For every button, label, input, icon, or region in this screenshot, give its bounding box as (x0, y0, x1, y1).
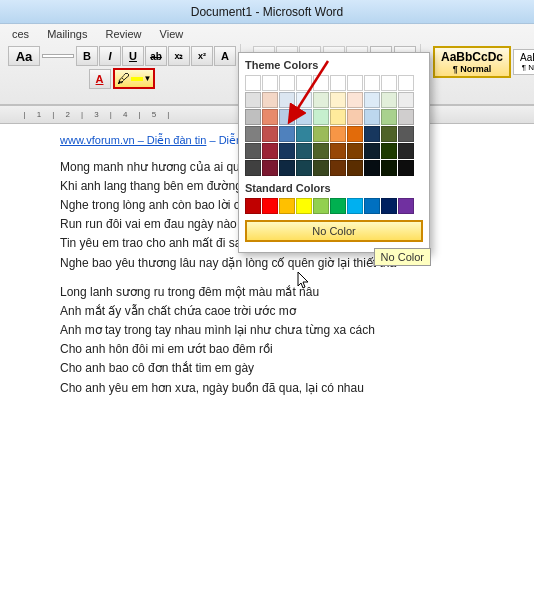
theme-color-swatch-7[interactable] (364, 75, 380, 91)
theme-color-swatch-32[interactable] (279, 126, 295, 142)
no-color-label: No Color (312, 225, 355, 237)
subscript-btn[interactable]: x₂ (168, 46, 190, 66)
theme-color-swatch-29[interactable] (398, 109, 414, 125)
standard-color-swatch-8[interactable] (381, 198, 397, 214)
theme-color-swatch-14[interactable] (313, 92, 329, 108)
standard-color-swatch-7[interactable] (364, 198, 380, 214)
theme-color-swatch-15[interactable] (330, 92, 346, 108)
theme-color-swatch-18[interactable] (381, 92, 397, 108)
tab-mailings[interactable]: Mailings (39, 26, 95, 42)
highlight-dropdown-arrow[interactable]: ▼ (144, 74, 152, 83)
bold-btn[interactable]: B (76, 46, 98, 66)
superscript-btn[interactable]: x² (191, 46, 213, 66)
theme-color-swatch-59[interactable] (398, 160, 414, 176)
theme-color-swatch-56[interactable] (347, 160, 363, 176)
theme-color-swatch-33[interactable] (296, 126, 312, 142)
theme-color-swatch-36[interactable] (347, 126, 363, 142)
highlight-color-btn[interactable]: 🖊 ▼ (113, 68, 156, 89)
theme-color-swatch-52[interactable] (279, 160, 295, 176)
theme-color-swatch-1[interactable] (262, 75, 278, 91)
theme-color-swatch-24[interactable] (313, 109, 329, 125)
italic-btn[interactable]: I (99, 46, 121, 66)
theme-color-swatch-6[interactable] (347, 75, 363, 91)
theme-color-swatch-20[interactable] (245, 109, 261, 125)
theme-color-swatch-47[interactable] (364, 143, 380, 159)
theme-color-swatch-45[interactable] (330, 143, 346, 159)
theme-colors-title: Theme Colors (245, 59, 423, 71)
theme-color-swatch-21[interactable] (262, 109, 278, 125)
theme-color-swatch-49[interactable] (398, 143, 414, 159)
style-normal[interactable]: AaBbCcDc ¶ Normal (433, 46, 511, 78)
theme-color-swatch-44[interactable] (313, 143, 329, 159)
style-no-spacing[interactable]: AaBbCcDc ¶ No Spaci... (513, 49, 534, 75)
clear-formatting-btn[interactable]: A (214, 46, 236, 66)
theme-color-swatch-11[interactable] (262, 92, 278, 108)
vforum-link[interactable]: www.vforum.vn – Diễn đàn tin (60, 134, 206, 146)
theme-color-swatch-40[interactable] (245, 143, 261, 159)
theme-color-swatch-48[interactable] (381, 143, 397, 159)
underline-btn[interactable]: U (122, 46, 144, 66)
standard-color-swatch-0[interactable] (245, 198, 261, 214)
theme-color-swatch-2[interactable] (279, 75, 295, 91)
theme-color-swatch-39[interactable] (398, 126, 414, 142)
theme-color-swatch-30[interactable] (245, 126, 261, 142)
theme-color-swatch-55[interactable] (330, 160, 346, 176)
theme-color-swatch-10[interactable] (245, 92, 261, 108)
theme-color-swatch-57[interactable] (364, 160, 380, 176)
standard-colors-title: Standard Colors (245, 182, 423, 194)
tab-ces[interactable]: ces (4, 26, 37, 42)
theme-color-swatch-58[interactable] (381, 160, 397, 176)
theme-color-swatch-19[interactable] (398, 92, 414, 108)
theme-color-swatch-28[interactable] (381, 109, 397, 125)
standard-color-swatch-6[interactable] (347, 198, 363, 214)
doc-line-11: Cho anh bao cô đơn thắt tim em gày (60, 359, 494, 378)
theme-color-swatch-54[interactable] (313, 160, 329, 176)
standard-color-swatch-1[interactable] (262, 198, 278, 214)
standard-color-swatch-3[interactable] (296, 198, 312, 214)
theme-color-swatch-34[interactable] (313, 126, 329, 142)
theme-color-swatch-51[interactable] (262, 160, 278, 176)
standard-color-swatch-9[interactable] (398, 198, 414, 214)
no-color-btn[interactable]: No Color No Color (245, 220, 423, 242)
theme-color-swatch-17[interactable] (364, 92, 380, 108)
theme-color-swatch-13[interactable] (296, 92, 312, 108)
styles-row: AaBbCcDc ¶ Normal AaBbCcDc ¶ No Spaci...… (433, 46, 534, 78)
doc-line-12: Cho anh yêu em hơn xưa, ngày buồn đã qua… (60, 379, 494, 398)
theme-color-swatch-16[interactable] (347, 92, 363, 108)
theme-color-swatch-46[interactable] (347, 143, 363, 159)
theme-color-swatch-37[interactable] (364, 126, 380, 142)
no-color-tooltip: No Color (374, 248, 431, 266)
theme-color-swatch-4[interactable] (313, 75, 329, 91)
theme-color-swatch-43[interactable] (296, 143, 312, 159)
text-color-btn[interactable]: A (89, 69, 111, 89)
theme-color-swatch-42[interactable] (279, 143, 295, 159)
tab-review[interactable]: Review (97, 26, 149, 42)
theme-color-swatch-0[interactable] (245, 75, 261, 91)
theme-color-swatch-53[interactable] (296, 160, 312, 176)
theme-color-swatch-5[interactable] (330, 75, 346, 91)
theme-color-swatch-12[interactable] (279, 92, 295, 108)
standard-color-swatch-2[interactable] (279, 198, 295, 214)
theme-color-swatch-50[interactable] (245, 160, 261, 176)
font-format-row: B I U ab x₂ x² A (76, 46, 236, 66)
theme-color-swatch-26[interactable] (347, 109, 363, 125)
font-name-btn[interactable]: Aa (8, 46, 40, 66)
theme-color-swatch-25[interactable] (330, 109, 346, 125)
standard-color-swatch-5[interactable] (330, 198, 346, 214)
theme-color-swatch-9[interactable] (398, 75, 414, 91)
theme-color-swatch-23[interactable] (296, 109, 312, 125)
theme-color-swatch-41[interactable] (262, 143, 278, 159)
theme-color-swatch-27[interactable] (364, 109, 380, 125)
font-size-box[interactable] (42, 54, 74, 58)
standard-color-swatch-4[interactable] (313, 198, 329, 214)
theme-color-swatch-3[interactable] (296, 75, 312, 91)
theme-color-swatch-35[interactable] (330, 126, 346, 142)
theme-color-swatch-8[interactable] (381, 75, 397, 91)
theme-color-swatch-22[interactable] (279, 109, 295, 125)
doc-line-blank (60, 273, 494, 283)
theme-color-swatch-38[interactable] (381, 126, 397, 142)
theme-color-swatch-31[interactable] (262, 126, 278, 142)
strikethrough-btn[interactable]: ab (145, 46, 167, 66)
tab-view[interactable]: View (152, 26, 192, 42)
doc-line-9: Anh mơ tay trong tay nhau mình lại như c… (60, 321, 494, 340)
